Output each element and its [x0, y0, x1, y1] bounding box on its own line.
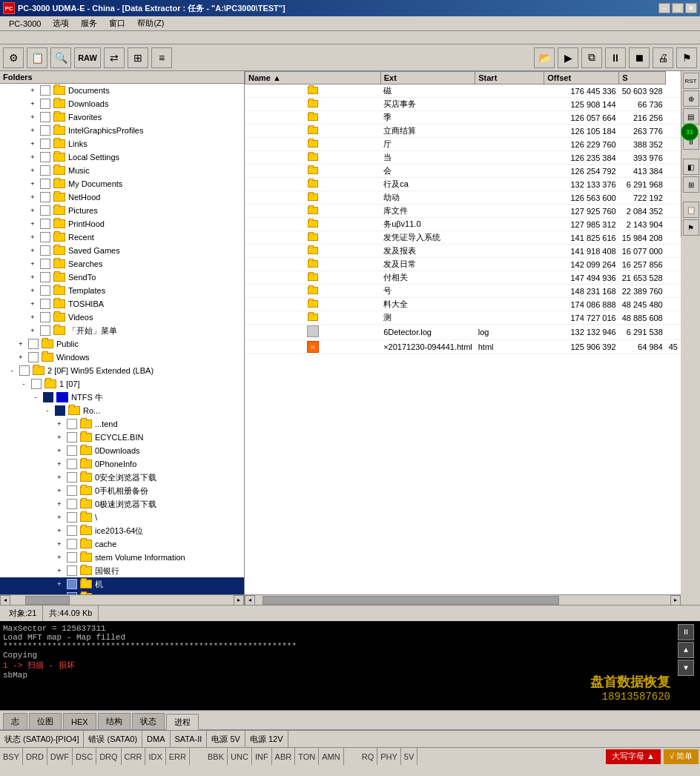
check-root[interactable]: [55, 405, 65, 416]
expand-nethood[interactable]: +: [27, 191, 39, 203]
toolbar-sort-btn[interactable]: ≡: [151, 47, 172, 68]
tree-item-phone-album[interactable]: + 0手机相册备份: [0, 484, 244, 497]
col-ext[interactable]: Ext: [380, 72, 475, 84]
expand-0downloads[interactable]: +: [53, 445, 65, 457]
check-templates[interactable]: [40, 285, 50, 296]
tree-item-templates[interactable]: + Templates: [0, 284, 244, 297]
expand-templates[interactable]: +: [27, 285, 39, 296]
tree-item-0downloads[interactable]: + 0Downloads: [0, 444, 244, 457]
check-partition2[interactable]: [19, 365, 30, 376]
check-svi[interactable]: [67, 552, 77, 563]
tree-item-public[interactable]: + Public: [0, 337, 244, 351]
tree-item-nethood[interactable]: + NetHood: [0, 190, 244, 204]
check-fast-browser[interactable]: [67, 499, 77, 509]
expand-browser-dl[interactable]: +: [53, 471, 65, 483]
tab-hex[interactable]: HEX: [63, 713, 96, 729]
tree-item-documents[interactable]: + Documents: [0, 84, 244, 97]
tree-item-startmenu[interactable]: + 「开始」菜单: [0, 324, 244, 337]
tab-structure[interactable]: 结构: [98, 713, 131, 729]
table-row[interactable]: 发凭证导入系统 141 825 616 15 984 208: [245, 231, 681, 245]
tree-item-videos[interactable]: + Videos: [0, 311, 244, 324]
file-hscroll-left[interactable]: ◂: [245, 595, 255, 606]
tree-item-sendto[interactable]: + SendTo: [0, 271, 244, 284]
menu-pc3000[interactable]: PC-3000: [3, 18, 47, 30]
expand-ice2013[interactable]: +: [53, 525, 65, 537]
check-cache[interactable]: [67, 539, 77, 549]
file-hscrollbar[interactable]: ◂ ▸: [245, 594, 681, 605]
expand-fast-browser[interactable]: +: [53, 498, 65, 510]
table-row[interactable]: 行及ca 132 133 376 6 291 968: [245, 178, 681, 191]
check-favorites[interactable]: [40, 112, 50, 122]
table-row[interactable]: 当 126 235 384 393 976: [245, 151, 681, 165]
tree-item-fast-browser[interactable]: + 0极速浏览器下载: [0, 497, 244, 511]
toolbar-open-btn[interactable]: 📂: [534, 47, 555, 68]
tree-item-recycle[interactable]: + ECYCLE.BIN: [0, 431, 244, 444]
rsb-btn6[interactable]: ⊞: [683, 176, 699, 193]
check-toshiba[interactable]: [40, 299, 50, 309]
toolbar-search-btn[interactable]: 🔍: [50, 47, 71, 68]
tab-bitmap[interactable]: 位图: [29, 713, 62, 729]
expand-intel[interactable]: +: [27, 125, 39, 136]
expand-partition2[interactable]: -: [6, 365, 18, 377]
menu-help[interactable]: 帮助(Z): [131, 16, 170, 30]
expand-ji[interactable]: +: [53, 578, 65, 590]
maximize-button[interactable]: □: [672, 3, 684, 13]
check-printhood[interactable]: [40, 219, 50, 229]
check-links[interactable]: [40, 139, 50, 149]
rsb-btn2[interactable]: ⊕: [683, 90, 699, 107]
menu-service[interactable]: 服务: [75, 16, 103, 30]
toolbar-print-btn[interactable]: 🖨: [653, 47, 673, 68]
toolbar-stop-btn[interactable]: ⏹: [629, 47, 650, 68]
expand-ntfs[interactable]: -: [30, 391, 42, 403]
menu-options[interactable]: 选项: [47, 16, 75, 30]
toolbar-grid-btn[interactable]: ⊞: [128, 47, 148, 68]
check-recycle[interactable]: [67, 432, 77, 442]
folder-tree[interactable]: + Documents + Downloads + Favorites +: [0, 84, 244, 594]
tree-item-toshiba[interactable]: + TOSHIBA: [0, 297, 244, 311]
log-pause-btn[interactable]: ⏸: [678, 624, 694, 640]
col-name[interactable]: Name ▲: [245, 72, 381, 84]
table-row[interactable]: 测 174 727 016 48 885 608: [245, 311, 681, 325]
check-guoyin[interactable]: [67, 566, 77, 576]
tree-item-links[interactable]: + Links: [0, 137, 244, 150]
vb-caps-btn[interactable]: 大写字母 ▲: [606, 749, 661, 764]
tree-item-root[interactable]: - Ro...: [0, 404, 244, 417]
expand-0phoneinfo[interactable]: +: [53, 458, 65, 470]
table-row[interactable]: 发及报表 141 918 408 16 077 000: [245, 245, 681, 258]
expand-windows[interactable]: +: [15, 351, 27, 363]
expand-root[interactable]: -: [42, 405, 53, 417]
toolbar-play-btn[interactable]: ▶: [558, 47, 578, 68]
tab-status[interactable]: 状态: [132, 713, 165, 729]
rsb-btn3[interactable]: ▤: [683, 108, 699, 125]
expand-documents[interactable]: +: [27, 84, 39, 96]
check-intel[interactable]: [40, 125, 50, 136]
tab-process[interactable]: 进程: [166, 714, 199, 730]
tree-item-searches[interactable]: + Searches: [0, 257, 244, 271]
expand-savedgames[interactable]: +: [27, 245, 39, 256]
check-mydocs[interactable]: [40, 179, 50, 189]
check-sendto[interactable]: [40, 272, 50, 282]
expand-localsettings[interactable]: +: [27, 151, 39, 163]
expand-backslash[interactable]: +: [53, 511, 65, 523]
expand-recycle[interactable]: +: [53, 431, 65, 443]
table-row[interactable]: 付相关 147 494 936 21 653 528: [245, 271, 681, 285]
table-row[interactable]: 厅 126 229 760 388 352: [245, 138, 681, 151]
hscroll-track[interactable]: [10, 595, 234, 606]
hscroll-right-btn[interactable]: ▸: [234, 595, 244, 606]
table-row[interactable]: 务uβv11.0 127 985 312 2 143 904: [245, 218, 681, 231]
expand-videos[interactable]: +: [27, 311, 39, 323]
table-row[interactable]: 会 126 254 792 413 384: [245, 165, 681, 178]
check-recent[interactable]: [40, 232, 50, 242]
hscroll-left-btn[interactable]: ◂: [0, 595, 10, 606]
tree-item-music[interactable]: + Music: [0, 164, 244, 177]
expand-svi[interactable]: +: [53, 551, 65, 563]
check-pictures[interactable]: [40, 205, 50, 216]
expand-recent[interactable]: +: [27, 231, 39, 243]
expand-downloads[interactable]: +: [27, 98, 39, 110]
check-nethood[interactable]: [40, 192, 50, 202]
table-row[interactable]: 立商结算 126 105 184 263 776: [245, 125, 681, 138]
expand-guoyin[interactable]: +: [53, 565, 65, 577]
check-savedgames[interactable]: [40, 245, 50, 256]
tree-item-intel[interactable]: + IntelGraphicsProfiles: [0, 124, 244, 137]
log-scroll-dn[interactable]: ▼: [678, 660, 694, 676]
